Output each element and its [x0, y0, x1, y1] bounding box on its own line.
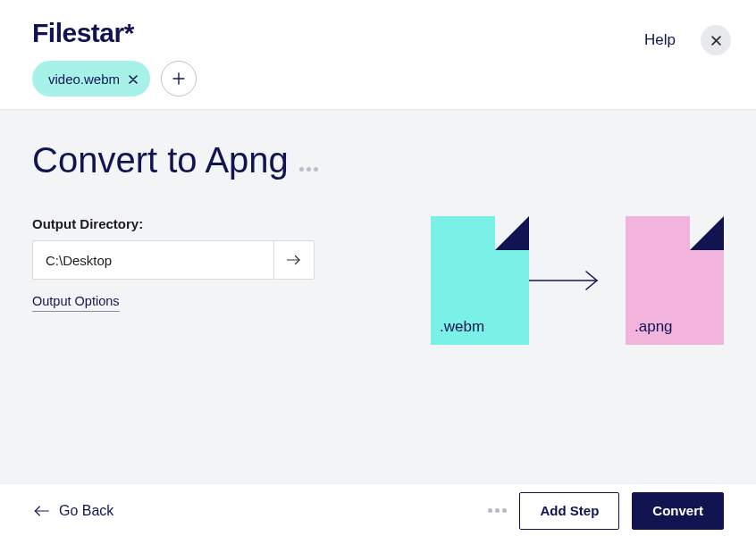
- preview-column: .webm .apng: [431, 216, 724, 345]
- page-title-row: Convert to Apng: [32, 140, 724, 180]
- add-step-button[interactable]: Add Step: [519, 492, 619, 530]
- content-row: Output Directory: Output Options .webm: [32, 216, 724, 345]
- app-logo: Filestar*: [32, 18, 197, 48]
- source-file-icon: .webm: [431, 216, 529, 345]
- convert-button[interactable]: Convert: [632, 492, 724, 530]
- target-file-icon: .apng: [626, 216, 724, 345]
- footer-more-button[interactable]: [488, 508, 507, 513]
- close-button[interactable]: [701, 25, 731, 55]
- close-icon: [711, 36, 721, 46]
- arrow-left-icon: [32, 505, 50, 517]
- target-file-ext: .apng: [634, 318, 673, 336]
- page-title: Convert to Apng: [32, 140, 289, 180]
- output-options-link[interactable]: Output Options: [32, 294, 120, 312]
- file-chip-remove-icon[interactable]: [129, 72, 138, 86]
- main: Convert to Apng Output Directory: Output…: [0, 110, 756, 483]
- add-file-button[interactable]: [161, 61, 197, 96]
- file-chips: video.webm: [32, 61, 197, 109]
- header: Filestar* video.webm Help: [0, 0, 756, 109]
- go-back-label: Go Back: [59, 503, 113, 519]
- help-link[interactable]: Help: [644, 31, 676, 49]
- plus-icon: [172, 72, 185, 85]
- title-more-button[interactable]: [299, 167, 318, 180]
- file-chip-name: video.webm: [48, 71, 120, 87]
- source-file-ext: .webm: [440, 318, 484, 336]
- output-directory-label: Output Directory:: [32, 216, 315, 231]
- header-right: Help: [644, 18, 731, 55]
- form-column: Output Directory: Output Options: [32, 216, 315, 312]
- output-directory-browse-button[interactable]: [273, 240, 315, 280]
- convert-arrow-icon: [552, 269, 602, 292]
- output-directory-row: [32, 240, 315, 280]
- output-directory-input[interactable]: [32, 240, 273, 280]
- go-back-button[interactable]: Go Back: [32, 503, 113, 519]
- arrow-right-icon: [286, 254, 302, 266]
- footer-right: Add Step Convert: [488, 492, 724, 530]
- footer: Go Back Add Step Convert: [0, 483, 756, 536]
- file-chip[interactable]: video.webm: [32, 61, 150, 96]
- header-left: Filestar* video.webm: [32, 18, 197, 109]
